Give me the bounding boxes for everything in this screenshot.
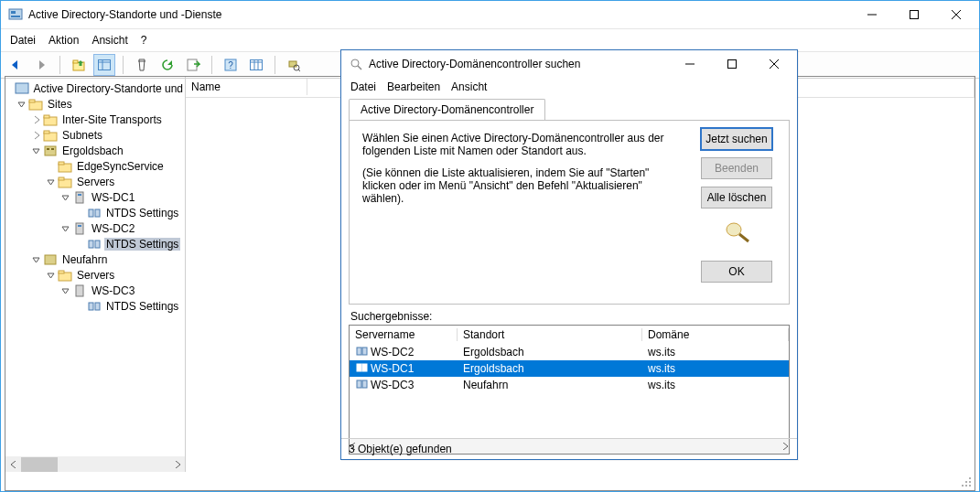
dialog-minimize-button[interactable] [669,50,711,78]
tree-site-neufahrn[interactable]: Neufahrn [60,253,109,266]
col-label: Standort [463,328,504,341]
col-label: Domäne [648,328,689,341]
svg-rect-56 [969,485,971,487]
tree-edgesync[interactable]: EdgeSyncService [75,160,166,173]
scroll-thumb[interactable] [21,457,58,472]
tab-dc[interactable]: Active Directory-Domänencontroller [349,99,545,120]
dialog-menu-bearbeiten[interactable]: Bearbeiten [387,80,440,93]
col-name[interactable]: Name [191,80,221,93]
dialog-button-column: Jetzt suchen Beenden Alle löschen OK [701,128,772,283]
svg-rect-25 [29,100,35,102]
export-button[interactable] [182,54,204,76]
svg-rect-8 [73,60,78,63]
show-tree-button[interactable] [93,54,115,76]
main-window: Active Directory-Standorte und -Dienste … [0,0,980,492]
cell-server: WS-DC2 [371,346,414,358]
result-row[interactable]: WS-DC1Ergoldsbachws.its [350,360,789,377]
cell-domain: ws.its [648,346,675,358]
toolbar-separator [123,56,124,74]
menu-datei[interactable]: Datei [10,34,36,47]
tree-dc1[interactable]: WS-DC1 [90,191,136,204]
refresh-button[interactable] [156,54,178,76]
svg-rect-13 [188,59,197,70]
svg-rect-9 [99,60,111,70]
svg-rect-53 [969,481,971,483]
svg-rect-43 [89,241,93,248]
menu-help[interactable]: ? [141,34,147,47]
svg-line-58 [358,66,361,70]
dialog-maximize-button[interactable] [711,50,753,78]
resize-grip-icon[interactable] [958,474,975,490]
svg-rect-44 [95,241,100,248]
results-header[interactable]: Servername Standort Domäne [350,326,789,344]
folder-icon [28,97,43,112]
stop-button[interactable]: Beenden [701,157,772,179]
tree-ntds-1[interactable]: NTDS Settings [104,207,180,219]
up-button[interactable] [68,54,90,76]
clear-all-button[interactable]: Alle löschen [701,187,772,209]
scroll-left-icon[interactable] [5,456,21,472]
svg-rect-52 [965,481,967,483]
columns-button[interactable] [245,54,267,76]
tree-sites[interactable]: Sites [46,98,74,111]
results-body[interactable]: WS-DC2Ergoldsbachws.itsWS-DC1Ergoldsbach… [350,344,789,438]
delete-button[interactable] [131,54,153,76]
minimize-button[interactable] [851,1,893,28]
tree-subnets[interactable]: Subnets [60,129,104,142]
svg-line-22 [298,70,300,71]
menu-ansicht[interactable]: Ansicht [92,34,127,47]
find-dc-button[interactable] [283,54,305,76]
result-row[interactable]: WS-DC2Ergoldsbachws.its [350,344,789,360]
twisty-closed-icon[interactable] [31,130,42,141]
twisty-open-icon[interactable] [60,285,71,296]
dialog-menubar: Datei Bearbeiten Ansicht [341,78,797,98]
dialog-menu-datei[interactable]: Datei [350,80,376,93]
main-titlebar: Active Directory-Standorte und -Dienste [1,1,979,28]
svg-rect-55 [965,485,967,487]
folder-icon [43,128,58,143]
twisty-closed-icon[interactable] [31,114,42,125]
server-icon [72,283,87,298]
twisty-open-icon[interactable] [31,145,42,156]
forward-button[interactable] [30,54,52,76]
svg-rect-40 [95,209,100,217]
search-now-button[interactable]: Jetzt suchen [701,128,772,150]
twisty-open-icon[interactable] [31,254,42,265]
tree-ist[interactable]: Inter-Site Transports [60,113,164,126]
col-servername[interactable]: Servername [350,326,458,344]
col-standort[interactable]: Standort [458,326,642,344]
svg-point-63 [727,223,741,236]
svg-rect-36 [59,177,64,180]
tree-dc3[interactable]: WS-DC3 [90,284,136,297]
twisty-open-icon[interactable] [60,192,71,203]
svg-rect-37 [76,192,83,203]
scroll-right-icon[interactable] [169,456,185,472]
tree-site-ergoldsbach[interactable]: Ergoldsbach [60,144,125,157]
twisty-open-icon[interactable] [60,223,71,234]
back-button[interactable] [5,54,27,76]
tree-view[interactable]: Active Directory-Standorte und Sites Int… [5,77,185,456]
server-icon [355,345,368,360]
dialog-close-button[interactable] [753,50,795,78]
svg-rect-68 [362,364,367,371]
svg-rect-29 [44,131,49,134]
result-row[interactable]: WS-DC3Neufahrnws.its [350,377,789,393]
tree-servers-2[interactable]: Servers [75,269,116,282]
tree-ntds-3[interactable]: NTDS Settings [104,300,180,313]
maximize-button[interactable] [893,1,935,28]
close-button[interactable] [935,1,977,28]
tree-ntds-2[interactable]: NTDS Settings [104,238,180,251]
help-button[interactable]: ? [220,54,242,76]
tree-dc2[interactable]: WS-DC2 [90,222,136,235]
tree-root[interactable]: Active Directory-Standorte und [32,82,185,95]
twisty-open-icon[interactable] [46,176,57,187]
twisty-open-icon[interactable] [16,99,27,110]
svg-rect-48 [76,285,83,296]
tree-hscrollbar[interactable] [5,456,185,472]
col-domaene[interactable]: Domäne [642,326,789,344]
menu-aktion[interactable]: Aktion [48,34,79,47]
dialog-menu-ansicht[interactable]: Ansicht [451,80,487,93]
ok-button[interactable]: OK [701,261,772,283]
twisty-open-icon[interactable] [46,270,57,281]
tree-servers-1[interactable]: Servers [75,176,116,188]
